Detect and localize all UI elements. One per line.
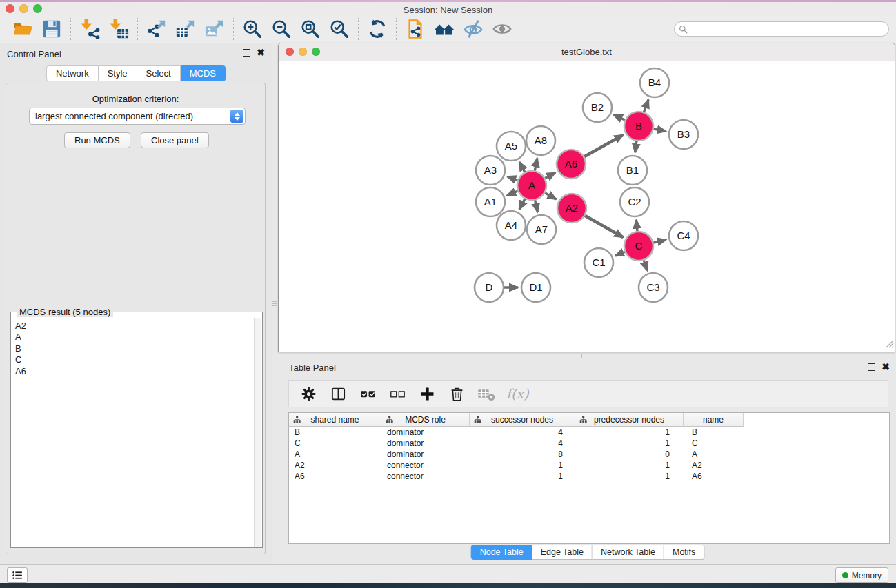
network-graph: B4B2BB3A8A5A6A3B1AA1C2A2A4A7C4CC1C3DD1 bbox=[279, 61, 895, 352]
column-header-MCDS-role[interactable]: MCDS role bbox=[381, 413, 470, 427]
mcds-result-item[interactable]: B bbox=[15, 343, 254, 354]
select-all-button[interactable] bbox=[358, 384, 377, 403]
close-panel-icon[interactable]: ✖ bbox=[257, 49, 265, 57]
graph-node-A4[interactable]: A4 bbox=[497, 211, 526, 240]
export-network-button[interactable] bbox=[145, 17, 168, 41]
svg-text:C1: C1 bbox=[592, 256, 605, 268]
zoom-fit-button[interactable] bbox=[299, 17, 322, 41]
graph-node-C3[interactable]: C3 bbox=[639, 273, 668, 302]
memory-button[interactable]: Memory bbox=[835, 567, 888, 583]
column-header-successor-nodes[interactable]: successor nodes bbox=[470, 413, 575, 427]
export-image-button[interactable] bbox=[203, 17, 226, 41]
graph-node-A[interactable]: A bbox=[517, 171, 546, 200]
refresh-button[interactable] bbox=[366, 17, 389, 41]
graph-node-C[interactable]: C bbox=[624, 232, 653, 261]
delete-column-button[interactable] bbox=[447, 384, 466, 403]
graph-node-D1[interactable]: D1 bbox=[521, 273, 550, 302]
svg-text:A6: A6 bbox=[565, 158, 577, 170]
save-session-button[interactable] bbox=[40, 17, 63, 41]
vertical-splitter-grip[interactable] bbox=[272, 297, 277, 310]
table-row[interactable]: A2connector11A2 bbox=[289, 460, 889, 471]
import-network-button[interactable] bbox=[78, 17, 101, 41]
zoom-in-button[interactable] bbox=[241, 17, 264, 41]
column-header-shared-name[interactable]: shared name bbox=[289, 413, 381, 427]
close-panel-button[interactable]: Close panel bbox=[141, 132, 209, 148]
table-row[interactable]: Cdominator41C bbox=[289, 438, 889, 449]
zoom-out-button[interactable] bbox=[270, 17, 293, 41]
mcds-result-item[interactable]: C bbox=[15, 354, 254, 365]
show-all-button[interactable] bbox=[490, 17, 514, 41]
network-canvas[interactable]: B4B2BB3A8A5A6A3B1AA1C2A2A4A7C4CC1C3DD1 bbox=[279, 61, 895, 352]
graph-node-A7[interactable]: A7 bbox=[527, 215, 556, 244]
home-button[interactable] bbox=[432, 17, 456, 41]
close-table-panel-icon[interactable]: ✖ bbox=[882, 363, 890, 371]
table-header-row: shared nameMCDS rolesuccessor nodesprede… bbox=[289, 413, 889, 427]
deselect-all-button[interactable] bbox=[388, 384, 407, 403]
graph-node-B[interactable]: B bbox=[624, 112, 653, 141]
split-view-button[interactable] bbox=[328, 384, 348, 403]
optimization-select[interactable]: largest connected component (directed) bbox=[29, 108, 246, 125]
graph-node-D[interactable]: D bbox=[475, 273, 504, 302]
mcds-tab-content: Optimization criterion: largest connecte… bbox=[6, 83, 266, 554]
tab-select[interactable]: Select bbox=[137, 65, 181, 81]
graph-node-B1[interactable]: B1 bbox=[618, 156, 647, 185]
table-cell: 1 bbox=[575, 460, 684, 470]
float-panel-icon[interactable] bbox=[243, 49, 250, 57]
table-cell: dominator bbox=[381, 449, 470, 459]
new-network-from-file-button[interactable] bbox=[404, 17, 427, 41]
graph-node-B4[interactable]: B4 bbox=[640, 68, 669, 97]
tab-motifs[interactable]: Motifs bbox=[664, 545, 704, 560]
mcds-result-item[interactable]: A bbox=[15, 332, 254, 343]
export-image-icon bbox=[204, 19, 225, 39]
export-table-button[interactable] bbox=[174, 17, 197, 41]
table-row[interactable]: Bdominator41B bbox=[289, 427, 889, 438]
function-builder-button[interactable]: f(x) bbox=[506, 386, 529, 401]
node-table: shared nameMCDS rolesuccessor nodesprede… bbox=[288, 412, 890, 544]
graph-node-C1[interactable]: C1 bbox=[584, 248, 613, 277]
hide-selected-button[interactable] bbox=[461, 17, 485, 41]
column-header-predecessor-nodes[interactable]: predecessor nodes bbox=[575, 413, 684, 427]
graph-node-C2[interactable]: C2 bbox=[620, 187, 649, 216]
column-header-name[interactable]: name bbox=[684, 413, 744, 427]
table-cell: dominator bbox=[381, 438, 470, 448]
window-resize-grip[interactable] bbox=[885, 338, 894, 351]
horizontal-splitter-grip[interactable] bbox=[581, 354, 594, 358]
graph-node-A1[interactable]: A1 bbox=[476, 187, 505, 216]
graph-node-A3[interactable]: A3 bbox=[476, 156, 505, 185]
graph-node-A5[interactable]: A5 bbox=[497, 132, 526, 161]
graph-node-C4[interactable]: C4 bbox=[669, 221, 698, 250]
import-table-button[interactable] bbox=[107, 17, 130, 41]
mcds-result-item[interactable]: A6 bbox=[15, 366, 254, 377]
run-mcds-button[interactable]: Run MCDS bbox=[64, 132, 130, 148]
search-input[interactable] bbox=[674, 21, 889, 37]
tab-network-table[interactable]: Network Table bbox=[593, 545, 664, 560]
main-toolbar bbox=[0, 15, 896, 43]
mcds-result-title: MCDS result (5 nodes) bbox=[17, 307, 113, 317]
tab-edge-table[interactable]: Edge Table bbox=[532, 545, 593, 560]
svg-text:A3: A3 bbox=[484, 164, 497, 176]
table-row[interactable]: Adominator80A bbox=[289, 449, 889, 460]
result-list-scrollbar[interactable] bbox=[254, 318, 261, 547]
add-column-button[interactable] bbox=[417, 384, 437, 403]
tab-mcds[interactable]: MCDS bbox=[181, 65, 226, 81]
float-table-panel-icon[interactable] bbox=[868, 363, 875, 371]
tab-style[interactable]: Style bbox=[99, 65, 137, 81]
tab-network[interactable]: Network bbox=[46, 65, 99, 81]
graph-node-B3[interactable]: B3 bbox=[669, 120, 698, 149]
table-row[interactable]: A6connector11A6 bbox=[289, 471, 889, 482]
tab-node-table[interactable]: Node Table bbox=[471, 545, 532, 560]
graph-node-A2[interactable]: A2 bbox=[557, 194, 586, 223]
task-history-button[interactable] bbox=[7, 567, 28, 583]
graph-node-A8[interactable]: A8 bbox=[526, 126, 555, 155]
zoom-selected-button[interactable] bbox=[328, 17, 351, 41]
table-cell: A6 bbox=[289, 472, 381, 481]
mcds-result-item[interactable]: A2 bbox=[15, 321, 254, 332]
graph-node-A6[interactable]: A6 bbox=[557, 150, 586, 179]
delete-table-button[interactable] bbox=[477, 384, 496, 403]
settings-button[interactable] bbox=[299, 384, 318, 403]
open-file-button[interactable] bbox=[11, 17, 34, 41]
table-cell: B bbox=[289, 427, 381, 437]
graph-node-B2[interactable]: B2 bbox=[583, 93, 612, 122]
table-cell: 1 bbox=[575, 438, 684, 448]
svg-text:A8: A8 bbox=[535, 134, 547, 146]
